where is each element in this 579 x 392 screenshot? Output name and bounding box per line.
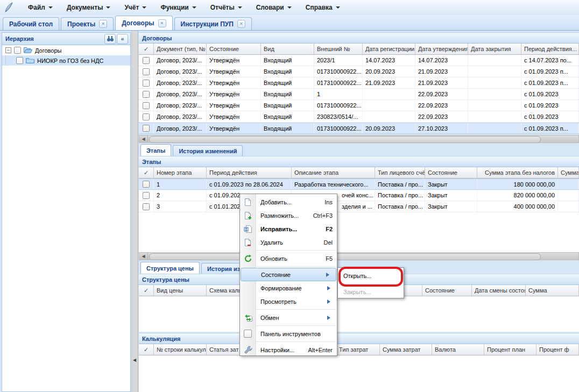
table-cell: 22.09.2023 (415, 111, 468, 122)
column-header[interactable]: Сумма этапа без налогов (477, 167, 558, 178)
splitter[interactable]: ◀ (131, 31, 138, 392)
column-header[interactable]: Сумма (526, 285, 579, 296)
row-checkbox[interactable] (143, 57, 150, 64)
column-header[interactable]: Дата смены состоя (472, 285, 526, 296)
table-row[interactable]: Договор, 2023/...УтверждёнВходящий017310… (139, 123, 579, 134)
menu-item-formation[interactable]: Формирование (240, 281, 337, 295)
row-checkbox[interactable] (143, 102, 150, 109)
column-header[interactable]: Вид цены (154, 285, 207, 296)
tree-item-niokr[interactable]: НИОКР по ГОЗ без НДС (2, 55, 130, 66)
collapse-expander-icon[interactable]: − (5, 47, 11, 53)
column-header[interactable]: ✓ (139, 44, 154, 54)
column-header[interactable]: Описание этапа (292, 167, 375, 178)
scroll-left-arrow[interactable]: ◀ (139, 136, 148, 142)
table-header-row: ✓Номер этапаПериод действияОписание этап… (139, 167, 579, 179)
application-window: Файл Документы Учёт Функции Отчёты Слова… (0, 0, 579, 392)
close-icon[interactable]: × (237, 20, 245, 28)
column-header[interactable]: Валюта (432, 344, 484, 355)
column-header[interactable]: Сумма (558, 167, 579, 178)
tab-price-structure[interactable]: Структура цены (140, 262, 200, 274)
tree-item-contracts[interactable]: − Договоры (2, 45, 130, 55)
column-header[interactable]: Состояние (422, 285, 472, 296)
table-row[interactable]: 3с 01.01.202зделия и ...Поставка / про..… (139, 201, 579, 212)
table-row[interactable]: Договор, 2023/...УтверждёнВходящий230823… (139, 111, 579, 123)
horizontal-scrollbar[interactable]: ◀ (139, 252, 579, 260)
column-header[interactable]: Документ (тип, № (154, 44, 207, 54)
row-checkbox[interactable] (143, 203, 150, 210)
row-checkbox-cell (139, 89, 154, 99)
tree-checkbox[interactable] (16, 57, 23, 64)
submenu-item-open[interactable]: Открыть... (338, 269, 404, 282)
column-header[interactable]: Процент ф (536, 344, 579, 355)
menu-item-view[interactable]: Просмотреть (240, 295, 337, 308)
column-header[interactable]: № строки калькул (154, 344, 207, 355)
menu-item-delete[interactable]: Удалить Del (240, 236, 337, 249)
row-checkbox[interactable] (143, 91, 150, 98)
table-cell: Закрыт (425, 201, 477, 212)
table-row[interactable]: Договор, 2023/...УтверждёнВходящий017310… (139, 100, 579, 111)
column-header[interactable]: Номер этапа (154, 167, 207, 178)
scroll-left-arrow[interactable]: ◀ (139, 253, 148, 260)
column-header[interactable]: Сумма затрат (380, 344, 432, 355)
table-row[interactable]: Договор, 2023/...УтверждёнВходящий017310… (139, 77, 579, 89)
column-header[interactable]: Период действия... (521, 44, 579, 54)
menubar-item-help[interactable]: Справка (301, 2, 344, 13)
menubar-item-file[interactable]: Файл (24, 2, 57, 13)
row-checkbox-cell (139, 77, 154, 88)
menu-item-add[interactable]: Добавить... Ins (240, 195, 337, 209)
menubar-item-functions[interactable]: Функции (156, 2, 200, 13)
table-row[interactable]: Договор, 2023/...УтверждёнВходящий017310… (139, 66, 579, 77)
column-header[interactable]: Дата регистрации. (363, 44, 415, 54)
table-row[interactable]: Договор, 2023/...УтверждёнВходящий2023/1… (139, 55, 579, 66)
column-header[interactable]: ✓ (139, 167, 154, 178)
column-header[interactable]: Внешний № (314, 44, 363, 54)
menu-item-toolbar[interactable]: Панель инструментов (240, 327, 337, 340)
column-header[interactable]: Вид (261, 44, 314, 54)
row-checkbox[interactable] (143, 192, 150, 199)
table-row[interactable]: 2с 01.09.202очей конс...Поставка / про..… (139, 190, 579, 201)
horizontal-scrollbar[interactable]: ◀ (139, 135, 579, 143)
column-header[interactable]: ✓ (139, 344, 154, 355)
menu-item-state[interactable]: Состояние (241, 268, 336, 281)
row-checkbox[interactable] (143, 80, 150, 87)
column-header[interactable]: ✓ (139, 285, 154, 296)
table-cell: 20.09.2023 (363, 123, 415, 133)
menu-item-exchange[interactable]: Обмен (240, 311, 337, 324)
column-header[interactable]: Период действия (207, 167, 292, 178)
search-binoculars-button[interactable] (104, 34, 116, 44)
table-row[interactable]: Договор, 2023/...УтверждёнВходящий122.09… (139, 89, 579, 100)
scrollbar-thumb[interactable] (149, 136, 541, 143)
column-header[interactable]: Дата закрытия (468, 44, 521, 54)
tab-contracts[interactable]: Договоры× (115, 16, 172, 30)
menubar-item-reports[interactable]: Отчёты (206, 2, 246, 13)
close-icon[interactable]: × (158, 19, 166, 27)
tab-change-history[interactable]: История изменений (173, 145, 243, 156)
table-row[interactable]: 1с 01.09.2023 по 28.06.2024Разработка те… (139, 179, 579, 190)
column-header[interactable]: Состояние (207, 44, 261, 54)
tab-pup-instructions[interactable]: Инструкции ПУП× (174, 17, 252, 30)
menu-item-refresh[interactable]: Обновить F5 (240, 252, 337, 265)
tab-projects[interactable]: Проекты× (61, 17, 114, 30)
column-header[interactable]: Состояние (425, 167, 477, 178)
menubar-item-dictionaries[interactable]: Словари (252, 2, 296, 13)
row-checkbox[interactable] (143, 181, 150, 188)
menu-item-duplicate[interactable]: Размножить... Ctrl+F3 (240, 209, 337, 222)
scrollbar-thumb[interactable] (149, 253, 541, 260)
menubar-item-accounting[interactable]: Учёт (120, 2, 151, 13)
tab-stages[interactable]: Этапы (140, 144, 171, 156)
column-header[interactable]: Тип лицевого счёт (375, 167, 425, 178)
column-header[interactable]: Дата утверждения (415, 44, 468, 54)
table-cell: с 01.09.2023 п... (521, 123, 579, 133)
row-checkbox[interactable] (143, 68, 150, 75)
tree-checkbox[interactable] (14, 47, 21, 54)
splitter-arrow-icon[interactable]: ◀ (133, 358, 136, 362)
collapse-panel-button[interactable]: « (117, 34, 128, 44)
close-icon[interactable]: × (99, 20, 107, 28)
menubar-item-documents[interactable]: Документы (62, 2, 115, 13)
tab-desktop[interactable]: Рабочий стол (3, 17, 59, 30)
row-checkbox[interactable] (143, 113, 150, 120)
menu-item-settings[interactable]: Настройки... Alt+Enter (240, 343, 337, 357)
row-checkbox[interactable] (143, 125, 150, 132)
column-header[interactable]: Процент план (484, 344, 536, 355)
menu-item-edit[interactable]: Исправить... F2 (240, 222, 337, 236)
